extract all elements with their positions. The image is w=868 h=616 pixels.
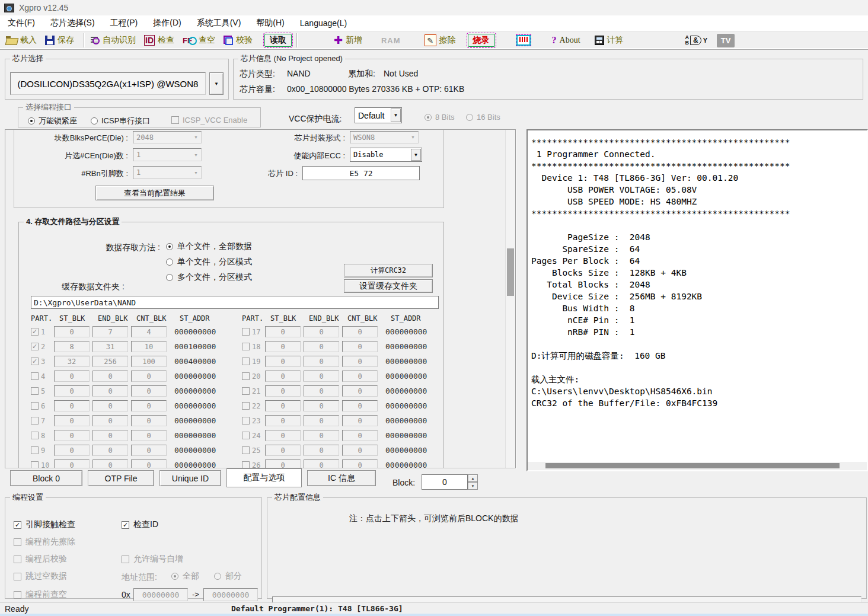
- partition-field[interactable]: 0: [92, 445, 128, 456]
- calc-crc32-button[interactable]: 计算CRC32: [344, 264, 433, 277]
- blank-before-checkbox[interactable]: 编程前查空: [14, 589, 67, 600]
- chip-select-dropdown-button[interactable]: ▼: [209, 72, 224, 95]
- icsp-radio[interactable]: ICSP串行接口: [91, 116, 150, 126]
- partition-field[interactable]: 0: [131, 400, 167, 411]
- menu-item[interactable]: 操作(D): [145, 15, 189, 31]
- partition-field[interactable]: 0: [265, 400, 301, 411]
- access-method-radio[interactable]: 多个文件，分区模式: [166, 272, 252, 283]
- partition-checkbox[interactable]: [31, 432, 39, 439]
- partition-field[interactable]: 32: [54, 356, 90, 367]
- addr-to-field[interactable]: 00000000: [203, 588, 258, 601]
- calculator-button[interactable]: 计算: [595, 33, 624, 47]
- partition-field[interactable]: 0: [304, 371, 339, 382]
- partition-field[interactable]: 0: [92, 400, 128, 411]
- blocks-per-ce-combobox[interactable]: 2048 ▼: [133, 131, 202, 143]
- chip-select-combobox[interactable]: (DOSILICON)DS35Q2GA(x1+ISP) @WSON8: [10, 72, 206, 95]
- menu-item[interactable]: 系统工具(V): [189, 15, 249, 31]
- partition-field[interactable]: 0: [54, 430, 90, 441]
- menu-item[interactable]: 文件(F): [0, 15, 43, 31]
- partition-checkbox[interactable]: [242, 328, 250, 336]
- partition-field[interactable]: 0: [342, 459, 378, 468]
- menu-item[interactable]: 帮助(H): [248, 15, 292, 31]
- partition-checkbox[interactable]: [242, 417, 250, 425]
- load-button[interactable]: 载入: [6, 33, 37, 47]
- spin-up-button[interactable]: ▲: [468, 474, 478, 482]
- partition-checkbox[interactable]: [242, 461, 250, 468]
- partition-checkbox[interactable]: [31, 372, 39, 380]
- scrollbar-thumb[interactable]: [545, 463, 840, 468]
- vcc-protect-combobox[interactable]: Default ▼: [355, 107, 402, 123]
- block-value-field[interactable]: 0: [422, 474, 468, 490]
- partition-field[interactable]: 0: [265, 371, 301, 382]
- partition-field[interactable]: 0: [265, 385, 301, 397]
- partition-checkbox[interactable]: [242, 372, 250, 380]
- ecc-combobox[interactable]: Disable ▼: [350, 148, 422, 162]
- rbn-count-combobox[interactable]: 1 ▼: [133, 166, 202, 179]
- blank-check-button[interactable]: FF 查空: [183, 33, 215, 47]
- partition-field[interactable]: 0: [131, 459, 167, 468]
- tab-active[interactable]: 配置与选项: [226, 468, 302, 487]
- partition-field[interactable]: 0: [342, 385, 378, 397]
- logic-gate-icon[interactable]: AB & Y: [685, 35, 708, 46]
- partition-field[interactable]: 0: [304, 400, 339, 411]
- partition-field[interactable]: 0: [265, 445, 301, 456]
- partition-field[interactable]: 0: [92, 371, 128, 382]
- spin-down-button[interactable]: ▼: [468, 482, 478, 490]
- tab-2[interactable]: Unique ID: [159, 470, 221, 486]
- partition-field[interactable]: 10: [131, 341, 167, 352]
- access-method-radio[interactable]: 单个文件，全部数据: [166, 241, 252, 252]
- partition-checkbox[interactable]: ✓: [31, 358, 39, 365]
- partition-checkbox[interactable]: ✓: [31, 343, 39, 350]
- partition-checkbox[interactable]: [242, 343, 250, 350]
- partition-field[interactable]: 0: [92, 459, 128, 468]
- console-horizontal-scrollbar[interactable]: [528, 462, 867, 470]
- partition-field[interactable]: 0: [54, 415, 90, 426]
- partition-field[interactable]: 0: [131, 415, 167, 426]
- partition-field[interactable]: 4: [131, 326, 167, 337]
- partition-field[interactable]: 0: [265, 430, 301, 441]
- partition-field[interactable]: 8: [54, 341, 90, 352]
- partition-field[interactable]: 0: [342, 341, 378, 352]
- serial-increment-checkbox[interactable]: 允许编号自增: [122, 554, 183, 564]
- partition-checkbox[interactable]: ✓: [31, 328, 39, 336]
- range-part-radio[interactable]: 部分: [214, 571, 242, 582]
- pin-check-checkbox[interactable]: ✓ 引脚接触检查: [14, 519, 75, 530]
- partition-field[interactable]: 0: [304, 459, 339, 468]
- partition-field[interactable]: 0: [304, 430, 339, 441]
- menu-item[interactable]: 工程(P): [103, 15, 146, 31]
- partition-field[interactable]: 0: [265, 415, 301, 426]
- partition-field[interactable]: 0: [304, 445, 339, 456]
- partition-field[interactable]: 0: [265, 326, 301, 337]
- read-button[interactable]: 读取: [264, 34, 292, 47]
- partition-field[interactable]: 0: [92, 430, 128, 441]
- bits16-radio[interactable]: 16 Bits: [466, 113, 500, 122]
- partition-field[interactable]: 31: [92, 341, 128, 352]
- partition-checkbox[interactable]: [242, 446, 250, 454]
- partition-field[interactable]: 0: [342, 400, 378, 411]
- partition-field[interactable]: 0: [54, 445, 90, 456]
- partition-field[interactable]: 0: [265, 341, 301, 352]
- menu-item[interactable]: 芯片选择(S): [43, 15, 103, 31]
- partition-field[interactable]: 100: [131, 356, 167, 367]
- partition-checkbox[interactable]: [31, 417, 39, 425]
- partition-field[interactable]: 0: [342, 326, 378, 337]
- chip-id-field[interactable]: E5 72: [302, 166, 420, 180]
- partition-checkbox[interactable]: [31, 402, 39, 410]
- partition-checkbox[interactable]: [242, 402, 250, 410]
- config-vertical-scrollbar[interactable]: [505, 130, 515, 468]
- partition-field[interactable]: 0: [54, 385, 90, 397]
- menu-item[interactable]: Language(L): [292, 15, 355, 31]
- partition-field[interactable]: 7: [92, 326, 128, 337]
- scrollbar-thumb[interactable]: [507, 248, 514, 296]
- add-button[interactable]: ✚ 新增: [334, 33, 362, 47]
- partition-field[interactable]: 0: [342, 430, 378, 441]
- partition-field[interactable]: 0: [342, 415, 378, 426]
- partition-field[interactable]: 0: [92, 385, 128, 397]
- partition-field[interactable]: 0: [265, 459, 301, 468]
- tv-button[interactable]: TV: [717, 34, 735, 47]
- verify-after-checkbox[interactable]: 编程后校验: [14, 554, 67, 564]
- range-all-radio[interactable]: 全部: [171, 571, 199, 582]
- partition-field[interactable]: 0: [304, 385, 339, 397]
- partition-field[interactable]: 0: [342, 445, 378, 456]
- ram-button[interactable]: RAM: [381, 33, 401, 47]
